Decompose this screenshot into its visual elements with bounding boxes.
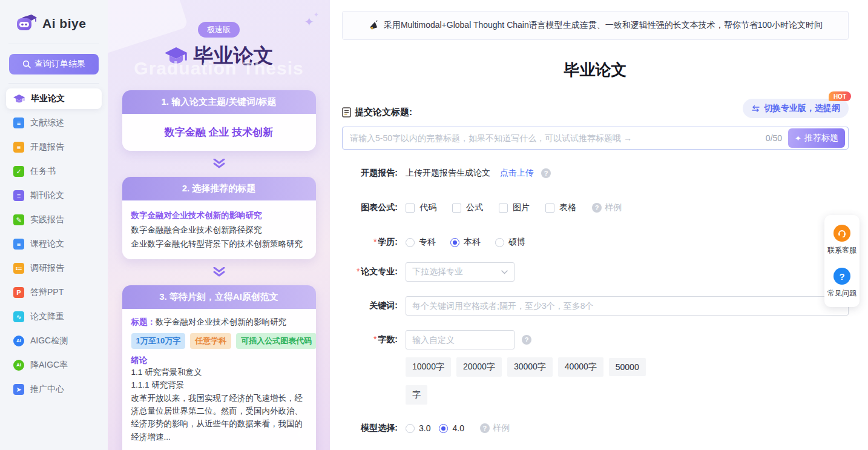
- sparkle-icon: ✦: [795, 134, 801, 143]
- sidebar-item-label: 课程论文: [30, 239, 64, 250]
- document-icon: ≡: [13, 142, 24, 153]
- switch-pro-version-button[interactable]: 切换专业版，选提纲: [743, 99, 849, 118]
- sidebar: Ai biye 查询订单结果 毕业论文 ≡ 文献综述: [0, 0, 108, 450]
- sample-title-line: 标题：数字金融对企业技术创新的影响研究: [131, 317, 307, 328]
- sample-link[interactable]: 样例: [493, 423, 510, 434]
- preset-50000-button-wrapped-text[interactable]: 字: [406, 385, 427, 405]
- sidebar-item-label: 答辩PPT: [30, 287, 64, 298]
- education-row: *学历: 专科 本科 硕博: [342, 237, 849, 248]
- keywords-input[interactable]: [406, 296, 849, 316]
- upload-link[interactable]: 点击上传: [500, 168, 534, 179]
- preset-40000-button[interactable]: 40000字: [558, 357, 603, 377]
- proposal-label: 开题报告:: [342, 168, 398, 179]
- word-preset-row: 10000字 20000字 30000字 40000字 50000: [406, 357, 849, 377]
- sidebar-item-label: 期刊论文: [30, 190, 64, 201]
- page-title: 毕业论文: [342, 59, 849, 81]
- sidebar-item-label: 实践报告: [30, 214, 64, 225]
- radio-icon: [406, 424, 415, 433]
- query-order-button[interactable]: 查询订单结果: [9, 54, 99, 74]
- help-icon[interactable]: ?: [522, 335, 531, 345]
- education-label: *学历:: [342, 237, 398, 248]
- sidebar-item-graduation-thesis[interactable]: 毕业论文: [6, 88, 102, 109]
- radio-bachelor[interactable]: 本科: [450, 237, 481, 248]
- recommended-title-option: 数字金融融合企业技术创新路径探究: [131, 223, 307, 237]
- radio-checked-icon: [439, 424, 448, 433]
- robot-graduation-logo-icon: [13, 13, 38, 34]
- checkbox-icon: [406, 203, 415, 213]
- promo-banner: 采用Multimodal+Global Thought Chain语言模型生成连…: [342, 11, 849, 40]
- version-badge: 极速版: [198, 22, 240, 38]
- tag-any-subject: 任意学科: [190, 333, 231, 349]
- question-icon: ?: [833, 268, 850, 285]
- help-icon[interactable]: ?: [541, 168, 551, 178]
- switch-pro-label: 切换专业版，选提纲: [764, 103, 840, 114]
- hot-badge: HOT: [829, 91, 851, 101]
- proposal-desc: 上传开题报告生成论文: [406, 168, 490, 179]
- query-order-label: 查询订单结果: [35, 59, 85, 70]
- ppt-icon: P: [13, 287, 24, 298]
- feature-tags: 1万至10万字 任意学科 可插入公式图表代码: [131, 333, 307, 349]
- app-window: Ai biye 查询订单结果 毕业论文 ≡ 文献综述: [0, 0, 868, 450]
- sidebar-item-journal-paper[interactable]: ≡ 期刊论文: [6, 185, 102, 206]
- sidebar-item-practice-report[interactable]: ✎ 实践报告: [6, 210, 102, 230]
- submit-title-label: 提交论文标题:: [355, 107, 412, 118]
- contact-support-button[interactable]: 联系客服: [827, 225, 856, 256]
- sidebar-item-label: 文献综述: [30, 117, 64, 128]
- journal-icon: ≡: [13, 190, 24, 201]
- radio-master-phd[interactable]: 硕博: [495, 237, 525, 248]
- checkbox-icon: [499, 203, 508, 213]
- step-card-1: 1. 输入论文主题/关键词/标题 数字金融 企业 技术创新: [122, 90, 316, 151]
- checkbox-code[interactable]: 代码: [406, 202, 436, 213]
- sparkle-icon: ✦: [294, 427, 304, 442]
- recommend-title-button[interactable]: ✦ 推荐标题: [788, 128, 845, 148]
- sidebar-item-label: 开题报告: [30, 142, 64, 153]
- radio-model-4[interactable]: 4.0: [439, 423, 464, 433]
- outline-line: 1.1 研究背景和意义: [131, 366, 307, 379]
- keywords-row: 关键词:: [342, 296, 849, 316]
- outline-line: 1.1.1 研究背景: [131, 379, 307, 391]
- recommend-title-label: 推荐标题: [804, 133, 838, 144]
- search-icon: [22, 60, 31, 68]
- sample-link[interactable]: 样例: [605, 202, 622, 213]
- preset-20000-button[interactable]: 20000字: [456, 357, 502, 377]
- checkbox-formula[interactable]: 公式: [452, 202, 483, 213]
- word-count-row: *字数: ?: [342, 330, 849, 349]
- main-content: 采用Multimodal+Global Thought Chain语言模型生成连…: [330, 0, 868, 450]
- sidebar-item-promotion-center[interactable]: ➤ 推广中心: [6, 379, 102, 400]
- sidebar-item-reduce-aigc[interactable]: AI 降AIGC率: [6, 355, 102, 376]
- sidebar-item-label: 任务书: [30, 166, 56, 177]
- radio-associate[interactable]: 专科: [406, 237, 436, 248]
- sidebar-item-label: 推广中心: [30, 384, 64, 395]
- sidebar-item-proposal-report[interactable]: ≡ 开题报告: [6, 137, 102, 157]
- checkbox-icon: [545, 203, 554, 213]
- help-icon[interactable]: ?: [592, 203, 602, 213]
- checkbox-image[interactable]: 图片: [499, 202, 530, 213]
- recommended-title-option: 数字金融对企业技术创新的影响研究: [131, 208, 307, 223]
- sidebar-item-label: 降AIGC率: [30, 360, 68, 371]
- major-select[interactable]: 下拉选择专业: [406, 262, 515, 282]
- preset-10000-button[interactable]: 10000字: [406, 357, 451, 377]
- sidebar-item-course-paper[interactable]: ≡ 课程论文: [6, 234, 102, 254]
- word-count-input[interactable]: [406, 330, 515, 349]
- graduation-cap-icon: [165, 47, 188, 65]
- sidebar-item-aigc-detect[interactable]: AI AIGC检测: [6, 331, 102, 351]
- preset-30000-button[interactable]: 30000字: [507, 357, 553, 377]
- sidebar-item-task-book[interactable]: ✓ 任务书: [6, 161, 102, 182]
- swap-arrows-icon: [751, 105, 760, 112]
- promo-title-row: 毕业论文: [108, 42, 330, 70]
- checkbox-table[interactable]: 表格: [545, 202, 576, 213]
- sidebar-item-defense-ppt[interactable]: P 答辩PPT: [6, 282, 102, 303]
- sidebar-item-literature-review[interactable]: ≡ 文献综述: [6, 113, 102, 133]
- book-icon: ≡: [13, 239, 24, 250]
- promo-panel: ✦ 极速版 Graduation Thesis 毕业论文 1. 输入论文主题/关…: [108, 0, 330, 450]
- faq-button[interactable]: ? 常见问题: [827, 268, 856, 299]
- faq-label: 常见问题: [827, 288, 856, 299]
- sidebar-item-survey-report[interactable]: ≔ 调研报告: [6, 258, 102, 279]
- pencil-doc-icon: ✎: [13, 214, 24, 225]
- sidebar-item-paper-dedup[interactable]: ∿ 论文降重: [6, 306, 102, 327]
- help-icon[interactable]: ?: [480, 423, 490, 433]
- radio-model-3[interactable]: 3.0: [406, 423, 430, 433]
- preset-50000-button[interactable]: 50000: [609, 358, 646, 376]
- sample-title-value: 数字金融对企业技术创新的影响研究: [156, 317, 286, 326]
- step-card-2: 2. 选择推荐的标题 数字金融对企业技术创新的影响研究 数字金融融合企业技术创新…: [122, 177, 316, 259]
